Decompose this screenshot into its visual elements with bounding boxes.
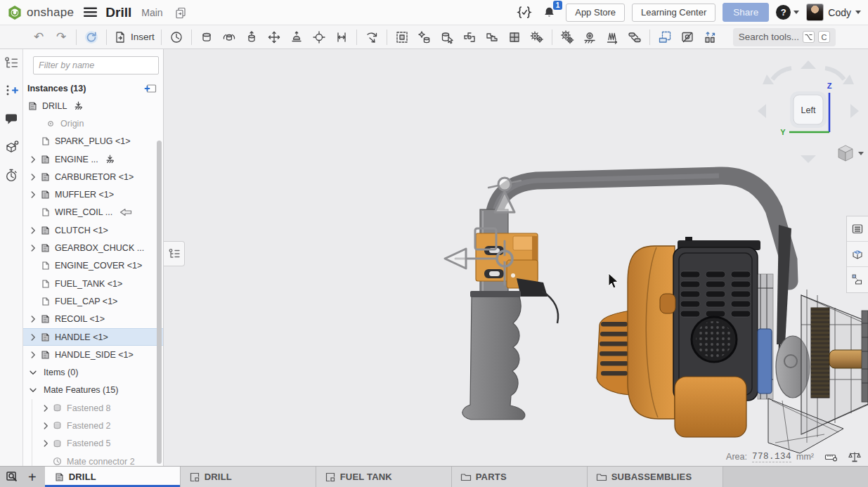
mass-properties-button[interactable]	[848, 450, 861, 463]
tree-item-mate-connector-2[interactable]: Mate connector 2	[23, 453, 163, 466]
section-mate-features[interactable]: Mate Features (15)	[23, 382, 163, 399]
screw-relation-button[interactable]	[602, 27, 623, 47]
mate-button[interactable]	[166, 27, 187, 47]
copy-workspace-button[interactable]	[174, 6, 187, 19]
graphics-viewport[interactable]: Left Z Y	[164, 49, 868, 466]
measure-button[interactable]	[824, 450, 838, 463]
expand-chevron[interactable]	[39, 421, 52, 431]
expand-chevron[interactable]	[39, 403, 52, 413]
add-mate-connector-button[interactable]	[2, 82, 20, 100]
tab-parts-folder[interactable]: PARTS	[452, 467, 588, 487]
user-menu[interactable]: Cody	[806, 4, 861, 21]
main-menu-button[interactable]	[84, 7, 97, 18]
tree-item-clutch[interactable]: CLUTCH <1>	[23, 221, 163, 239]
workspace-name[interactable]: Main	[141, 7, 162, 18]
roll-cw-arrow[interactable]	[825, 68, 844, 79]
tree-item-fastened-5[interactable]: Fastened 5	[23, 435, 163, 453]
view-options-button[interactable]	[838, 145, 864, 161]
gear-relation-button[interactable]	[526, 27, 548, 47]
collapse-chevron[interactable]	[27, 385, 39, 395]
gears-button[interactable]	[557, 27, 578, 47]
rotate-button[interactable]	[361, 27, 382, 47]
rotate-down-arrow[interactable]	[801, 155, 816, 163]
panel-scrollbar[interactable]	[157, 141, 162, 464]
configurations-button[interactable]	[2, 138, 20, 156]
fastened-mate-button[interactable]	[196, 27, 217, 47]
expand-chevron[interactable]	[27, 314, 39, 324]
expand-chevron[interactable]	[39, 439, 52, 448]
assembly-structure-button[interactable]	[2, 53, 20, 72]
tree-item-recoil[interactable]: RECOIL <1>	[23, 311, 163, 328]
redo-button[interactable]: ↷	[51, 27, 72, 47]
clutch-part[interactable]	[758, 329, 772, 394]
expand-chevron[interactable]	[27, 226, 39, 235]
rotate-up-arrow[interactable]	[801, 60, 816, 69]
drill-3d-model[interactable]: Left Z Y	[164, 49, 868, 466]
view-cube-face-label[interactable]: Left	[801, 105, 816, 115]
tree-item-handle[interactable]: HANDLE <1>	[23, 328, 163, 346]
comments-button[interactable]	[2, 110, 20, 128]
tab-subassemblies-folder[interactable]: SUBASSEMBLIES	[588, 467, 723, 487]
section-items[interactable]: Items (0)	[23, 363, 163, 381]
revolute-mate-button[interactable]	[219, 27, 240, 47]
tree-item-origin[interactable]: Origin	[23, 115, 163, 132]
planar-mate-button[interactable]	[264, 27, 285, 47]
notifications-button[interactable]: 1	[543, 6, 556, 19]
share-button[interactable]: Share	[723, 3, 769, 22]
filter-input[interactable]	[33, 56, 159, 74]
belt-relation-button[interactable]	[624, 27, 645, 47]
tree-item-muffler[interactable]: MUFFLER <1>	[23, 186, 163, 203]
tree-item-carburetor[interactable]: CARBURETOR <1>	[23, 168, 163, 186]
roll-ccw-arrow[interactable]	[772, 68, 791, 79]
tab-drill-part-studio[interactable]: DRILL	[181, 467, 316, 487]
grid-pattern-button[interactable]	[504, 27, 525, 47]
trigger-part[interactable]	[517, 278, 558, 323]
group-button[interactable]	[391, 27, 413, 47]
onshape-logo[interactable]: onshape	[7, 5, 74, 20]
new-tab-button[interactable]: +	[25, 470, 39, 484]
exploded-view-button[interactable]	[699, 27, 720, 47]
tree-item-engine[interactable]: ENGINE ...	[23, 150, 163, 168]
engine-block-part[interactable]	[660, 237, 760, 401]
slider-mate-button[interactable]	[241, 27, 262, 47]
tree-item-drill[interactable]: DRILL	[23, 97, 163, 115]
learning-center-button[interactable]: Learning Center	[632, 4, 715, 22]
help-menu[interactable]: ?	[776, 5, 799, 20]
hide-button[interactable]	[677, 27, 698, 47]
undo-button[interactable]: ↶	[28, 27, 49, 47]
search-tools-input[interactable]: Search tools... C	[733, 28, 836, 46]
search-tabs-button[interactable]	[6, 470, 20, 484]
replicate-button[interactable]	[436, 27, 458, 47]
history-button[interactable]	[2, 166, 20, 184]
snap-mode-button[interactable]	[459, 27, 480, 47]
tree-item-fastened-2[interactable]: Fastened 2	[23, 417, 163, 434]
appearance-panel-toggle[interactable]	[847, 267, 868, 292]
muffler-part[interactable]	[675, 377, 746, 437]
expand-chevron[interactable]	[27, 190, 39, 200]
expand-chevron[interactable]	[27, 350, 39, 360]
parallel-mate-button[interactable]	[331, 27, 352, 47]
recoil-fan-part[interactable]	[597, 311, 630, 395]
insert-button[interactable]: Insert	[111, 27, 157, 47]
collapse-panel-tab[interactable]	[164, 241, 185, 266]
expand-chevron[interactable]	[27, 243, 39, 253]
expand-chevron[interactable]	[27, 172, 39, 182]
tree-item-fuel-cap[interactable]: FUEL_CAP <1>	[23, 292, 163, 310]
app-store-button[interactable]: App Store	[566, 4, 625, 22]
expand-chevron[interactable]	[27, 155, 39, 164]
sync-button[interactable]	[81, 27, 102, 47]
handle-grip-part[interactable]	[462, 291, 525, 420]
tree-item-spark-plug[interactable]: SPARK_PLUG <1>	[23, 133, 163, 150]
tree-item-fuel-tank[interactable]: FUEL_TANK <1>	[23, 275, 163, 292]
tab-drill-assembly[interactable]: DRILL	[45, 467, 181, 487]
expand-chevron[interactable]	[27, 332, 39, 342]
feature-list-toggle[interactable]	[847, 216, 868, 242]
mate-connector-button[interactable]	[414, 27, 435, 47]
tree-item-gearbox-chuck[interactable]: GEARBOX_CHUCK ...	[23, 239, 163, 257]
rotate-left-arrow[interactable]	[758, 104, 766, 118]
configuration-panel-toggle[interactable]	[847, 242, 868, 267]
collapse-chevron[interactable]	[27, 368, 39, 377]
rack-pinion-button[interactable]	[579, 27, 600, 47]
section-view-button[interactable]	[654, 27, 675, 47]
tree-item-fastened-8[interactable]: Fastened 8	[23, 399, 163, 417]
